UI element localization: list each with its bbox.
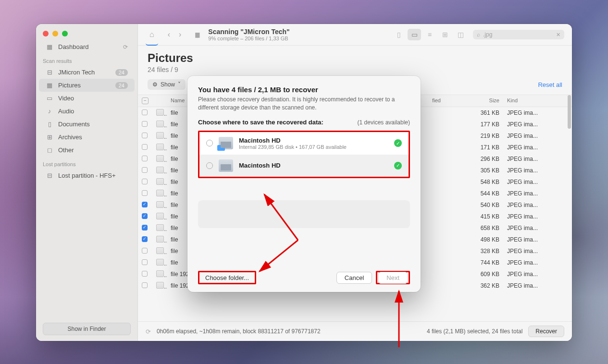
device-subtitle: Internal 239,85 GB disk • 167,07 GB avai… (239, 144, 388, 150)
radio-button[interactable] (206, 162, 213, 169)
device-name: Macintosh HD (239, 162, 388, 169)
disk-icon (219, 137, 233, 149)
check-icon: ✓ (394, 162, 402, 170)
radio-button[interactable] (206, 140, 213, 146)
modal-description: Please choose recovery destination. It i… (198, 96, 410, 112)
choose-folder-button[interactable]: Choose folder... (200, 272, 254, 283)
device-option-1[interactable]: Macintosh HD ✓ (199, 155, 409, 177)
disk-icon (219, 159, 233, 172)
annotation-frame: Next (376, 271, 410, 284)
device-name: Macintosh HD (239, 137, 388, 144)
device-list: Macintosh HD Internal 239,85 GB disk • 1… (198, 131, 410, 178)
annotation-frame: Choose folder... (198, 271, 256, 284)
choose-destination-label: Choose where to save the recovered data: (198, 119, 323, 126)
check-icon: ✓ (394, 139, 402, 147)
recover-destination-modal: You have 4 files / 2,1 MB to recover Ple… (187, 76, 421, 292)
device-option-0[interactable]: Macintosh HD Internal 239,85 GB disk • 1… (199, 132, 409, 155)
modal-title: You have 4 files / 2,1 MB to recover (198, 85, 410, 94)
devices-available-label: (1 devices available) (358, 119, 410, 126)
cancel-button[interactable]: Cancel (336, 272, 372, 284)
destination-path-field[interactable] (198, 200, 410, 228)
next-button[interactable]: Next (378, 272, 408, 284)
